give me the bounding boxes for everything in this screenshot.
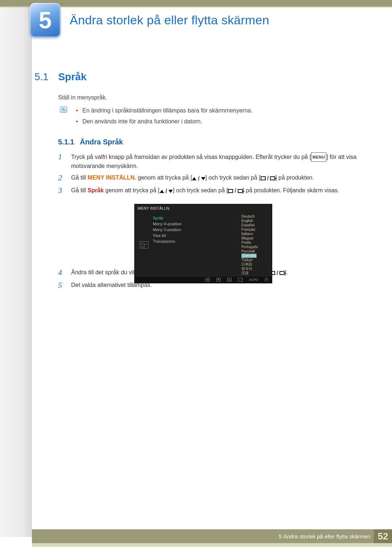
step-number: 3 xyxy=(58,186,71,195)
subsection-heading: 5.1.1 Ändra Språk xyxy=(58,138,123,146)
osd-footer-controls: AUTO xyxy=(135,276,272,283)
subsection-name: Ändra Språk xyxy=(80,138,123,146)
step-number: 2 xyxy=(58,173,71,182)
intro-text: Ställ in menyspråk. xyxy=(58,94,107,101)
osd-category-icon xyxy=(137,214,151,275)
section-name: Språk xyxy=(58,71,86,82)
up-down-icon: / xyxy=(160,187,173,196)
step-1: 1 Tryck på valfri knapp på framsidan av … xyxy=(58,152,370,171)
step-number: 1 xyxy=(58,152,71,161)
section-heading: 5.1 Språk xyxy=(34,71,370,83)
note-icon: ✎ xyxy=(60,106,67,113)
keyword-meny-installn: MENY INSTÄLLN. xyxy=(87,175,136,181)
rect-enter-icon: / xyxy=(261,174,275,183)
chapter-title: Ändra storlek på eller flytta skärmen xyxy=(70,13,269,27)
osd-nav-left-icon xyxy=(205,278,210,282)
note-item: En ändring i språkinställningen tillämpa… xyxy=(76,105,363,116)
step-number: 4 xyxy=(58,268,71,277)
footer-text: 5 Ändra storlek på eller flytta skärmen xyxy=(279,533,374,539)
left-sidebar-gradient xyxy=(0,7,32,537)
osd-title: MENY INSTÄLLN. xyxy=(135,204,272,212)
step-number: 5 xyxy=(58,281,71,290)
section-number: 5.1 xyxy=(34,71,49,82)
osd-menu-items: Språk:Meny H-position:Meny V-position:Vi… xyxy=(151,214,241,275)
up-down-icon: / xyxy=(192,175,205,183)
osd-language-list: DeutschEnglishEspañolFrançaisItalianoMag… xyxy=(241,214,270,275)
menu-key-icon: MENU xyxy=(311,152,326,162)
page-footer: 5 Ändra storlek på eller flytta skärmen … xyxy=(32,529,392,543)
osd-nav-down-icon xyxy=(216,278,221,282)
subsection-number: 5.1.1 xyxy=(58,138,74,146)
step-3: 3 Gå till Språk genom att trycka på [/] … xyxy=(58,186,370,196)
footer-accent xyxy=(32,543,392,547)
note-list: En ändring i språkinställningen tillämpa… xyxy=(76,105,363,127)
chapter-number: 5 xyxy=(39,7,52,34)
page-number: 52 xyxy=(374,529,392,543)
step-2: 2 Gå till MENY INSTÄLLN. genom att tryck… xyxy=(58,173,370,183)
rect-enter-icon: / xyxy=(228,186,242,195)
osd-nav-up-icon xyxy=(227,278,232,282)
note-block: ✎ En ändring i språkinställningen tilläm… xyxy=(60,105,363,127)
osd-enter-icon xyxy=(238,278,242,282)
osd-menu-figure: MENY INSTÄLLN. Språk:Meny H-position:Men… xyxy=(134,204,272,283)
chapter-number-badge: 5 xyxy=(30,3,61,37)
osd-power-icon xyxy=(265,278,268,282)
osd-auto-label: AUTO xyxy=(249,278,258,282)
keyword-sprak: Språk xyxy=(87,187,103,193)
note-item: Den används inte för andra funktioner i … xyxy=(76,116,363,127)
